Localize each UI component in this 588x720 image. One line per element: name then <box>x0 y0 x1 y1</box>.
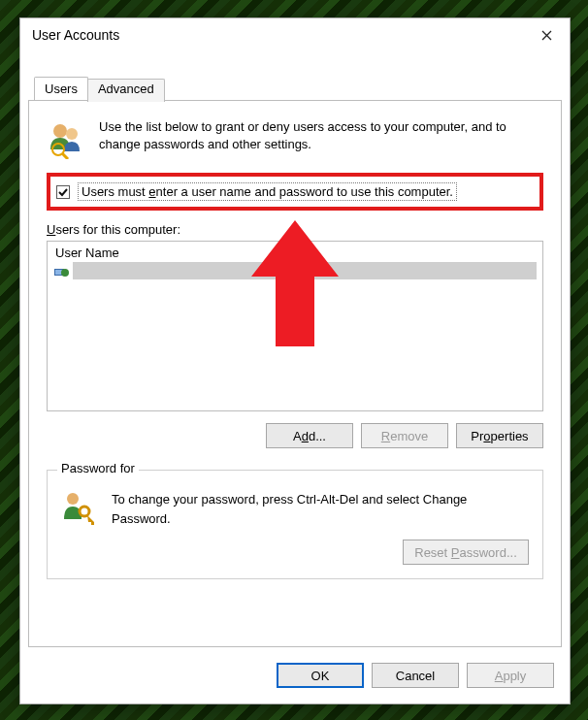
remove-button: Remove <box>361 423 448 448</box>
close-button[interactable] <box>527 20 566 49</box>
svg-point-1 <box>66 128 78 140</box>
intro-text: Use the list below to grant or deny user… <box>99 118 543 153</box>
column-header-username[interactable]: User Name <box>49 244 540 262</box>
reset-password-button: Reset Password... <box>403 540 529 565</box>
user-accounts-dialog: User Accounts Users Advanced Use the lis… <box>19 17 571 704</box>
users-list[interactable]: User Name <box>47 241 543 411</box>
ok-button[interactable]: OK <box>277 663 364 688</box>
tab-strip: Users Advanced <box>34 77 164 100</box>
checkmark-icon <box>58 187 68 197</box>
users-list-label: Users for this computer: <box>47 222 543 237</box>
users-icon <box>47 120 85 159</box>
dialog-button-row: OK Cancel Apply <box>277 663 554 688</box>
user-icon <box>53 265 69 277</box>
client-area: Users Advanced Use the list below to gra… <box>28 77 562 647</box>
tab-users[interactable]: Users <box>34 77 88 100</box>
titlebar: User Accounts <box>20 18 570 51</box>
svg-line-3 <box>62 153 68 159</box>
highlight-box: Users must enter a user name and passwor… <box>47 173 543 211</box>
add-button[interactable]: Add... <box>266 423 353 448</box>
intro-row: Use the list below to grant or deny user… <box>47 118 543 157</box>
tab-advanced[interactable]: Advanced <box>87 79 165 102</box>
list-item[interactable] <box>49 262 540 279</box>
key-icon <box>61 490 96 525</box>
require-password-row: Users must enter a user name and passwor… <box>56 182 534 201</box>
apply-button: Apply <box>467 663 554 688</box>
window-title: User Accounts <box>32 27 527 43</box>
properties-button[interactable]: Properties <box>456 423 543 448</box>
svg-point-7 <box>67 493 79 505</box>
svg-point-8 <box>80 507 89 516</box>
password-group-caption: Password for <box>57 461 139 475</box>
tab-panel-users: Use the list below to grant or deny user… <box>28 100 562 647</box>
list-item-selection <box>73 262 537 279</box>
password-group: Password for To change your password, pr… <box>47 470 543 579</box>
cancel-button[interactable]: Cancel <box>372 663 459 688</box>
users-button-row: Add... Remove Properties <box>47 423 543 448</box>
svg-point-6 <box>61 269 69 277</box>
close-icon <box>541 30 552 41</box>
password-instruction: To change your password, press Ctrl-Alt-… <box>112 490 529 528</box>
require-password-checkbox[interactable] <box>56 185 70 199</box>
svg-point-0 <box>53 124 67 138</box>
require-password-label[interactable]: Users must enter a user name and passwor… <box>78 182 457 201</box>
